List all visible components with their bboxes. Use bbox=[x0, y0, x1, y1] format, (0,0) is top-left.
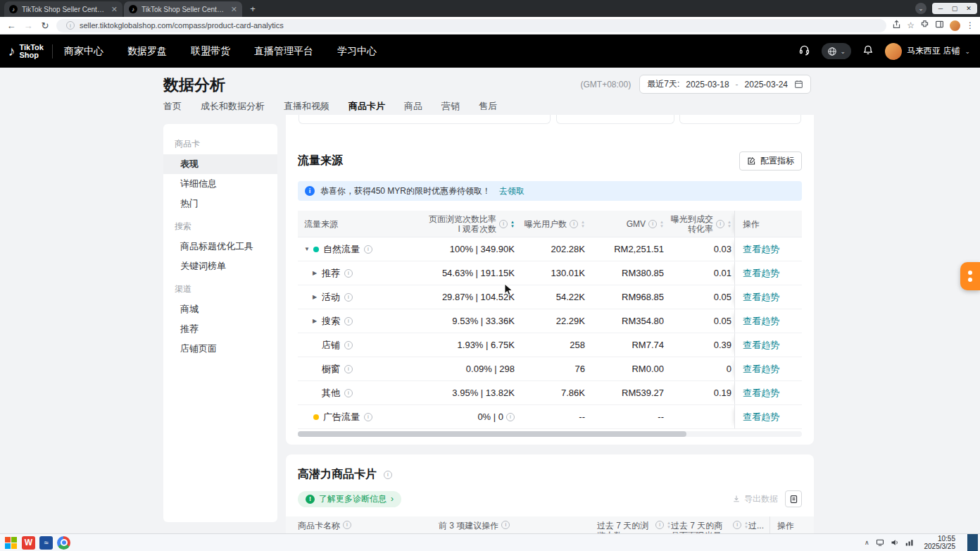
info-icon[interactable]: i bbox=[344, 293, 353, 302]
configure-metrics-button[interactable]: 配置指标 bbox=[739, 151, 802, 171]
calendar-icon bbox=[794, 80, 803, 89]
view-trend-link[interactable]: 查看趋势 bbox=[743, 339, 779, 352]
expand-caret-icon[interactable]: ▶ bbox=[313, 270, 322, 276]
language-selector[interactable]: ⌄ bbox=[822, 43, 852, 59]
tab-close-icon[interactable]: ✕ bbox=[231, 5, 237, 14]
sidebar-item[interactable]: 商品标题优化工具 bbox=[163, 237, 277, 256]
info-icon[interactable]: i bbox=[364, 413, 372, 421]
start-button[interactable] bbox=[4, 536, 18, 550]
minimize-button[interactable]: ─ bbox=[934, 3, 948, 14]
share-icon[interactable] bbox=[892, 20, 901, 31]
diagnosis-link[interactable]: ! 了解更多诊断信息 › bbox=[298, 491, 401, 507]
back-button[interactable]: ← bbox=[6, 20, 17, 31]
forward-button[interactable]: → bbox=[23, 20, 34, 31]
site-info-icon[interactable]: i bbox=[66, 21, 75, 30]
taskbar-app-icon[interactable]: ≈ bbox=[39, 536, 53, 550]
taskbar-app-wps-icon[interactable]: W bbox=[22, 536, 35, 550]
header-pageviews[interactable]: 页面浏览次数比率 I 观看次数 i ▲▼ bbox=[403, 211, 515, 237]
tab-search-button[interactable]: ⌄ bbox=[915, 3, 926, 14]
floating-assistant-widget[interactable] bbox=[960, 262, 980, 290]
info-icon[interactable]: i bbox=[506, 413, 515, 421]
potential-table-header: 商品卡名称i前 3 项建议操作i过去 7 天的浏览人数i▲▼过去 7 天的商品页… bbox=[286, 516, 814, 533]
maximize-button[interactable]: ▢ bbox=[948, 3, 962, 14]
new-tab-button[interactable]: + bbox=[246, 2, 259, 15]
notification-center-button[interactable] bbox=[967, 534, 978, 551]
sidebar-item[interactable]: 表现 bbox=[163, 154, 277, 174]
sidebar-item[interactable]: 关键词榜单 bbox=[163, 256, 277, 276]
view-trend-link[interactable]: 查看趋势 bbox=[743, 411, 779, 423]
side-panel-icon[interactable] bbox=[935, 20, 944, 31]
tray-chevron-icon[interactable]: ∧ bbox=[865, 539, 869, 546]
nav-item[interactable]: 直播管理平台 bbox=[254, 45, 313, 58]
page-tab[interactable]: 成长和数据分析 bbox=[201, 100, 265, 119]
notifications-bell-icon[interactable] bbox=[862, 44, 874, 58]
sidebar-item[interactable]: 商城 bbox=[163, 299, 277, 319]
sidebar-section-label: 商品卡 bbox=[163, 131, 277, 154]
tab-close-icon[interactable]: ✕ bbox=[111, 5, 118, 14]
account-menu[interactable]: 马来西亚 店铺 ⌄ bbox=[885, 43, 970, 60]
bookmark-star-icon[interactable]: ☆ bbox=[907, 20, 915, 30]
close-button[interactable]: ✕ bbox=[962, 3, 976, 14]
info-icon[interactable]: i bbox=[499, 220, 508, 228]
info-icon[interactable]: i bbox=[570, 220, 578, 228]
expand-caret-icon[interactable]: ▶ bbox=[313, 294, 322, 300]
date-range-picker[interactable]: 最近7天: 2025-03-18 - 2025-03-24 bbox=[639, 75, 811, 94]
screen: ♪TikTok Shop Seller Center | Cr✕♪TikTok … bbox=[0, 0, 980, 551]
header-conversion[interactable]: 曝光到成交转化率 i ▲▼ bbox=[664, 211, 734, 237]
tray-volume-icon[interactable] bbox=[891, 538, 899, 547]
info-icon[interactable]: i bbox=[648, 220, 657, 228]
tiktok-shop-logo[interactable]: ♪ TikTokShop bbox=[0, 44, 52, 59]
sidebar-item[interactable]: 详细信息 bbox=[163, 174, 277, 194]
tray-display-icon[interactable] bbox=[876, 538, 884, 547]
view-trend-link[interactable]: 查看趋势 bbox=[743, 315, 779, 328]
info-icon[interactable]: i bbox=[344, 341, 353, 349]
nav-item[interactable]: 联盟带货 bbox=[191, 45, 230, 58]
potential-section-header: 高潜力商品卡片 i bbox=[298, 467, 802, 482]
info-icon[interactable]: i bbox=[344, 269, 353, 278]
info-icon[interactable]: i bbox=[364, 245, 372, 254]
view-trend-link[interactable]: 查看趋势 bbox=[743, 387, 779, 400]
support-headset-icon[interactable] bbox=[798, 44, 810, 58]
report-button[interactable] bbox=[785, 490, 802, 507]
browser-profile-avatar[interactable] bbox=[950, 20, 960, 31]
sidebar-item[interactable]: 店铺页面 bbox=[163, 339, 277, 359]
export-data-button[interactable]: 导出数据 bbox=[732, 493, 778, 505]
claim-coupon-link[interactable]: 去领取 bbox=[499, 185, 524, 197]
info-icon[interactable]: i bbox=[344, 365, 353, 373]
header-exposed-users[interactable]: 曝光用户数 i ▲▼ bbox=[515, 211, 585, 237]
sort-icon[interactable]: ▲▼ bbox=[727, 220, 731, 228]
info-icon[interactable]: i bbox=[733, 521, 741, 529]
sidebar-item[interactable]: 推荐 bbox=[163, 319, 277, 339]
reload-button[interactable]: ↻ bbox=[39, 20, 51, 31]
taskbar-clock[interactable]: 10:55 2025/3/25 bbox=[924, 535, 956, 550]
page-tab[interactable]: 首页 bbox=[163, 100, 182, 119]
expand-caret-icon[interactable]: ▶ bbox=[313, 318, 322, 324]
info-icon[interactable]: i bbox=[344, 317, 353, 326]
view-trend-link[interactable]: 查看趋势 bbox=[743, 243, 779, 256]
expand-caret-icon[interactable]: ▼ bbox=[304, 246, 313, 252]
horizontal-scrollbar[interactable] bbox=[298, 431, 802, 437]
scrollbar-thumb[interactable] bbox=[298, 431, 686, 437]
browser-tab[interactable]: ♪TikTok Shop Seller Center | Cr✕ bbox=[124, 1, 242, 17]
browser-menu-icon[interactable]: ⋮ bbox=[966, 20, 974, 30]
info-icon[interactable]: i bbox=[501, 521, 510, 529]
browser-tab[interactable]: ♪TikTok Shop Seller Center | Cr✕ bbox=[4, 1, 122, 17]
info-icon[interactable]: i bbox=[343, 521, 351, 529]
view-trend-link[interactable]: 查看趋势 bbox=[743, 291, 779, 304]
extensions-icon[interactable] bbox=[920, 20, 929, 31]
view-trend-link[interactable]: 查看趋势 bbox=[743, 363, 779, 376]
info-icon[interactable]: i bbox=[716, 220, 724, 228]
info-icon[interactable]: i bbox=[384, 471, 392, 479]
nav-item[interactable]: 数据罗盘 bbox=[127, 45, 167, 58]
nav-item[interactable]: 学习中心 bbox=[337, 45, 377, 58]
nav-item[interactable]: 商家中心 bbox=[64, 45, 103, 58]
taskbar-chrome-icon[interactable] bbox=[57, 536, 70, 550]
sidebar-item[interactable]: 热门 bbox=[163, 194, 277, 213]
address-bar[interactable]: i seller.tiktokglobalshop.com/compass/pr… bbox=[56, 19, 886, 32]
header-gmv[interactable]: GMV i ▲▼ bbox=[585, 211, 664, 237]
info-icon[interactable]: i bbox=[655, 521, 664, 529]
tray-network-icon[interactable] bbox=[905, 538, 914, 547]
timezone-label: (GMT+08:00) bbox=[581, 80, 632, 89]
view-trend-link[interactable]: 查看趋势 bbox=[743, 267, 779, 280]
info-icon[interactable]: i bbox=[344, 389, 353, 397]
